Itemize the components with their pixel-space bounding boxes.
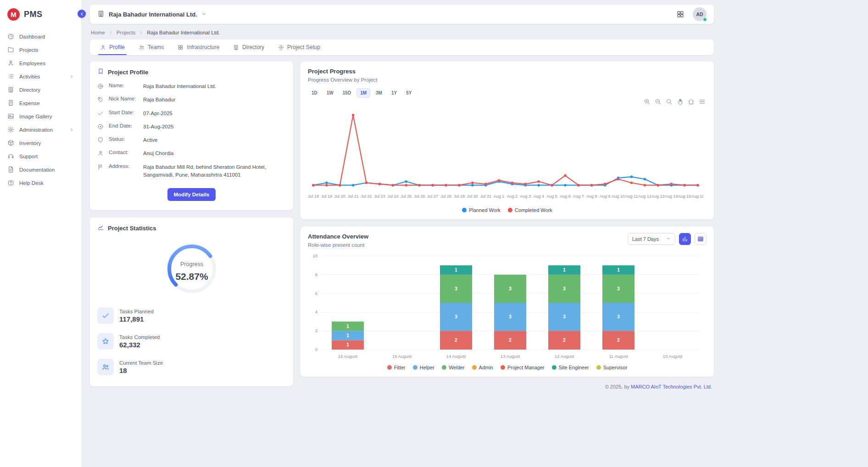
company-selector[interactable]: Raja Bahadur International Ltd. (97, 10, 206, 19)
sidebar-item-label: Employees (19, 61, 74, 66)
svg-text:14 August: 14 August (446, 354, 466, 359)
company-name: Raja Bahadur International Ltd. (109, 11, 197, 18)
legend-welder[interactable]: Welder (442, 365, 465, 370)
svg-text:1: 1 (346, 333, 349, 338)
stat-row-current-team-size: Current Team Size18 (97, 354, 286, 380)
range-1w[interactable]: 1W (323, 88, 337, 98)
home-button[interactable] (688, 98, 695, 105)
stat-value: 18 (119, 367, 163, 374)
svg-text:0: 0 (315, 347, 317, 352)
breadcrumb: HomeProjectsRaja Bahadur International L… (90, 24, 714, 39)
sidebar-item-dashboard[interactable]: Dashboard (0, 30, 81, 43)
sidebar-collapse-button[interactable] (78, 10, 86, 18)
svg-text:3: 3 (455, 286, 457, 291)
sidebar-item-image-gallery[interactable]: Image Gallery (0, 110, 81, 123)
pan-button[interactable] (677, 98, 684, 105)
breadcrumb-item-home[interactable]: Home (91, 30, 105, 35)
stat-label: Current Team Size (119, 360, 163, 366)
legend-helper[interactable]: Helper (413, 365, 434, 370)
zoom-out-button[interactable] (655, 98, 662, 105)
tab-teams[interactable]: Teams (132, 39, 170, 55)
legend-supervisor[interactable]: Supervisor (596, 365, 628, 370)
range-1d[interactable]: 1D (308, 88, 321, 98)
tab-profile[interactable]: Profile (94, 39, 131, 55)
chart-toolbar (644, 98, 706, 105)
statistics-card-title: Project Statistics (108, 225, 156, 232)
grid-icon (178, 44, 184, 50)
sidebar-item-administration[interactable]: Administration (0, 123, 81, 136)
project-progress-card: Project Progress Progress Overview by Pr… (300, 61, 714, 219)
legend-project-manager[interactable]: Project Manager (501, 365, 545, 370)
sidebar-item-directory[interactable]: Directory (0, 83, 81, 96)
users-icon (139, 44, 145, 50)
tab-bar: ProfileTeamsInfrastructureDirectoryProje… (90, 39, 714, 55)
legend-fitter[interactable]: Fitter (387, 365, 406, 370)
breadcrumb-item-projects[interactable]: Projects (117, 30, 136, 35)
svg-text:13 August: 13 August (501, 354, 520, 359)
field-value: Raja Bahadur International Ltd. (143, 83, 216, 90)
person-icon (97, 150, 104, 156)
table-view-button[interactable] (695, 233, 707, 245)
attendance-legend: FitterHelperWelderAdminProject ManagerSi… (308, 365, 707, 370)
svg-text:3: 3 (563, 286, 566, 291)
apps-menu-button[interactable] (676, 10, 684, 18)
sidebar-item-documentation[interactable]: Documentation (0, 163, 81, 176)
range-1m[interactable]: 1M (356, 88, 370, 98)
main-content: Raja Bahadur International Ltd. AD HomeP… (82, 0, 868, 467)
range-15d[interactable]: 15D (339, 88, 355, 98)
flag-icon (97, 164, 104, 170)
range-1y[interactable]: 1Y (388, 88, 401, 98)
tab-directory[interactable]: Directory (227, 39, 271, 55)
tab-project-setup[interactable]: Project Setup (272, 39, 327, 55)
sidebar-item-projects[interactable]: Projects (0, 43, 81, 56)
chart-view-button[interactable] (679, 233, 691, 245)
svg-text:1: 1 (346, 324, 349, 329)
svg-text:8: 8 (315, 272, 317, 277)
sidebar-item-help-desk[interactable]: Help Desk (0, 176, 81, 189)
attendance-subtitle: Role-wise present count (308, 242, 368, 248)
zoom-in-button[interactable] (644, 98, 651, 105)
field-label: End Date: (109, 123, 138, 128)
svg-text:Jul 20: Jul 20 (334, 194, 345, 199)
attendance-chart[interactable]: 024681016 August11115 August14 August233… (308, 251, 707, 363)
legend-admin[interactable]: Admin (472, 365, 493, 370)
gear-icon (278, 44, 284, 50)
range-3m[interactable]: 3M (372, 88, 386, 98)
svg-text:Aug 8: Aug 8 (586, 194, 597, 199)
tab-infrastructure[interactable]: Infrastructure (171, 39, 226, 55)
user-avatar[interactable]: AD (693, 7, 707, 21)
svg-text:1: 1 (455, 267, 457, 272)
legend-planned-work[interactable]: Planned Work (462, 207, 501, 213)
menu-button[interactable] (699, 98, 706, 105)
attendance-range-select[interactable]: Last 7 Days (628, 233, 675, 245)
sidebar-item-expense[interactable]: Expense (0, 96, 81, 110)
bar-chart-icon (682, 236, 688, 242)
help-icon (7, 179, 14, 186)
modify-details-button[interactable]: Modify Details (167, 188, 216, 201)
selection-button[interactable] (666, 98, 673, 105)
field-value: Raja Bahadur Mill Rd, behind Sheraton Gr… (143, 163, 286, 179)
sidebar-item-support[interactable]: Support (0, 150, 81, 163)
menu-icon (699, 98, 706, 105)
attendance-range-value: Last 7 Days (632, 236, 659, 242)
footer-company-link[interactable]: MARCO AIoT Technologies Pvt. Ltd. (631, 384, 712, 389)
range-5y[interactable]: 5Y (402, 88, 415, 98)
svg-text:Jul 19: Jul 19 (321, 194, 332, 199)
svg-text:Jul 30: Jul 30 (467, 194, 478, 199)
stat-row-tasks-completed: Tasks Completed62,332 (97, 328, 286, 354)
attendance-controls: Last 7 Days (628, 233, 707, 245)
app-root: M PMS DashboardProjectsEmployeesActiviti… (0, 0, 868, 467)
project-progress-chart[interactable]: Jul 18Jul 19Jul 20Jul 21Jul 22Jul 23Jul … (308, 100, 707, 206)
legend-site-engineer[interactable]: Site Engineer (552, 365, 589, 370)
legend-completed-work[interactable]: Completed Work (508, 207, 552, 213)
svg-text:Aug 10: Aug 10 (612, 194, 625, 199)
svg-text:Aug 2: Aug 2 (507, 194, 518, 199)
app-logo[interactable]: M PMS (0, 3, 81, 30)
sidebar-item-inventory[interactable]: Inventory (0, 136, 81, 150)
svg-text:Aug 7: Aug 7 (573, 194, 584, 199)
projects-icon (7, 46, 14, 53)
svg-text:1: 1 (346, 342, 349, 347)
sidebar-item-activities[interactable]: Activities (0, 70, 81, 83)
field-value: 07-Apr-2025 (143, 110, 172, 117)
sidebar-item-employees[interactable]: Employees (0, 56, 81, 70)
